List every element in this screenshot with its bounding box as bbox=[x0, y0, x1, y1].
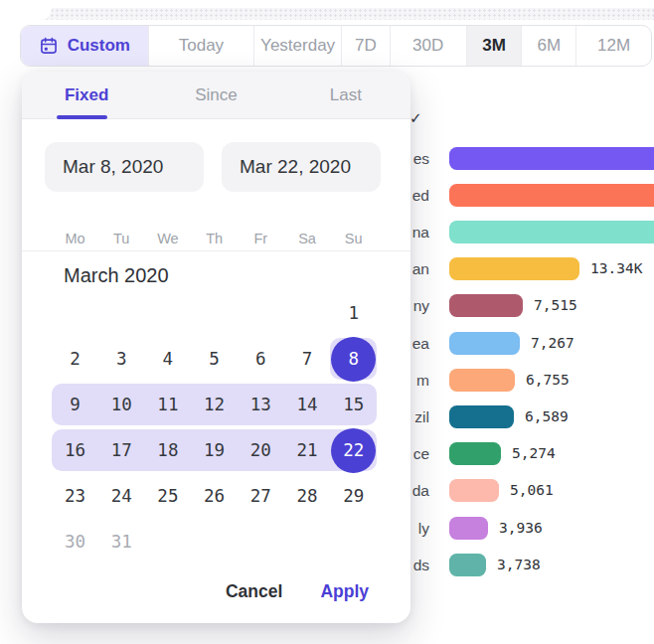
check-icon: ✓ bbox=[409, 109, 422, 127]
calendar-day-25[interactable]: 25 bbox=[144, 473, 191, 519]
range-option-label: 30D bbox=[412, 36, 443, 56]
bar[interactable] bbox=[449, 257, 579, 280]
calendar-day-31[interactable]: 31 bbox=[98, 519, 145, 564]
bar[interactable] bbox=[449, 479, 499, 502]
calendar-day-8[interactable]: 8 bbox=[330, 336, 377, 382]
weekday-divider bbox=[22, 250, 410, 251]
range-option-label: Yesterday bbox=[260, 36, 335, 56]
weekday-label: Sa bbox=[284, 227, 331, 250]
active-tab-underline bbox=[57, 115, 107, 119]
calendar-day-20[interactable]: 20 bbox=[238, 427, 284, 473]
range-option-3m[interactable]: 3M bbox=[466, 26, 522, 66]
bar[interactable] bbox=[449, 147, 654, 170]
range-option-label: 6M bbox=[538, 36, 562, 56]
range-option-label: 12M bbox=[597, 36, 630, 56]
apply-button[interactable]: Apply bbox=[320, 573, 369, 609]
calendar-day-6[interactable]: 6 bbox=[238, 336, 284, 382]
calendar-day-29[interactable]: 29 bbox=[330, 473, 377, 519]
calendar-day-14[interactable]: 14 bbox=[284, 382, 331, 427]
bar[interactable] bbox=[449, 294, 523, 317]
calendar-icon bbox=[39, 36, 59, 56]
weekday-label: We bbox=[144, 227, 191, 250]
tab-fixed[interactable]: Fixed bbox=[22, 72, 151, 118]
calendar-day-28[interactable]: 28 bbox=[284, 473, 331, 519]
range-option-12m[interactable]: 12M bbox=[575, 26, 651, 66]
tab-since[interactable]: Since bbox=[151, 72, 280, 118]
weekday-label: Su bbox=[330, 227, 377, 250]
calendar-day-19[interactable]: 19 bbox=[191, 427, 238, 473]
calendar-day-4[interactable]: 4 bbox=[144, 336, 191, 382]
bar[interactable] bbox=[449, 369, 515, 392]
bar[interactable] bbox=[449, 554, 486, 576]
popup-footer: Cancel Apply bbox=[226, 573, 369, 609]
date-picker-tabs: FixedSinceLast bbox=[22, 72, 410, 119]
value-label: 3,738 bbox=[497, 554, 541, 576]
range-option-today[interactable]: Today bbox=[148, 26, 254, 66]
weekday-label: Mo bbox=[52, 227, 98, 250]
bar[interactable] bbox=[449, 517, 488, 540]
calendar-day-30[interactable]: 30 bbox=[52, 519, 98, 564]
date-range-toolbar: CustomTodayYesterday7D30D3M6M12M bbox=[20, 25, 652, 67]
value-label: 6,755 bbox=[526, 369, 570, 392]
weekday-label: Tu bbox=[98, 227, 145, 250]
calendar-day-9[interactable]: 9 bbox=[52, 382, 98, 427]
calendar-day-22[interactable]: 22 bbox=[330, 427, 377, 473]
range-option-label: 3M bbox=[482, 36, 506, 56]
range-option-yesterday[interactable]: Yesterday bbox=[253, 26, 341, 66]
calendar-day-12[interactable]: 12 bbox=[191, 382, 238, 427]
calendar-day-18[interactable]: 18 bbox=[144, 427, 191, 473]
range-option-custom[interactable]: Custom bbox=[21, 26, 148, 66]
card-corner bbox=[0, 8, 52, 20]
bar[interactable] bbox=[449, 184, 654, 207]
calendar-day-7[interactable]: 7 bbox=[284, 336, 331, 382]
bar[interactable] bbox=[449, 405, 514, 428]
calendar-day-1[interactable]: 1 bbox=[330, 290, 377, 336]
calendar-day-3[interactable]: 3 bbox=[98, 336, 145, 382]
calendar-day-27[interactable]: 27 bbox=[238, 473, 284, 519]
start-date-input[interactable]: Mar 8, 2020 bbox=[45, 142, 204, 192]
calendar-day-10[interactable]: 10 bbox=[98, 382, 145, 427]
date-picker-popup: FixedSinceLast Mar 8, 2020 Mar 22, 2020 … bbox=[22, 72, 410, 623]
range-option-label: 7D bbox=[355, 36, 377, 56]
value-label: 5,274 bbox=[512, 442, 556, 465]
bar[interactable] bbox=[449, 442, 501, 465]
calendar-day-15[interactable]: 15 bbox=[330, 382, 377, 427]
calendar-day-23[interactable]: 23 bbox=[52, 473, 98, 519]
range-option-label: Today bbox=[179, 36, 224, 56]
bar[interactable] bbox=[449, 332, 520, 355]
calendar-day-24[interactable]: 24 bbox=[98, 473, 145, 519]
calendar-day-2[interactable]: 2 bbox=[52, 336, 98, 382]
calendar-day-5[interactable]: 5 bbox=[191, 336, 238, 382]
calendar-day-26[interactable]: 26 bbox=[191, 473, 238, 519]
tab-last[interactable]: Last bbox=[281, 72, 410, 118]
range-option-7d[interactable]: 7D bbox=[341, 26, 390, 66]
value-label: 7,515 bbox=[534, 294, 577, 317]
value-label: 5,061 bbox=[510, 479, 554, 502]
calendar-day-17[interactable]: 17 bbox=[98, 427, 145, 473]
month-title: March 2020 bbox=[64, 264, 169, 287]
background-texture-strip bbox=[0, 8, 654, 20]
bar[interactable] bbox=[449, 221, 654, 243]
range-option-6m[interactable]: 6M bbox=[521, 26, 575, 66]
end-date-input[interactable]: Mar 22, 2020 bbox=[222, 142, 381, 192]
calendar-day-11[interactable]: 11 bbox=[144, 382, 191, 427]
calendar-day-21[interactable]: 21 bbox=[284, 427, 331, 473]
weekday-label: Fr bbox=[238, 227, 284, 250]
calendar-day-16[interactable]: 16 bbox=[52, 427, 98, 473]
weekday-label: Th bbox=[191, 227, 238, 250]
range-option-label: Custom bbox=[68, 36, 130, 56]
value-label: 7,267 bbox=[531, 332, 574, 355]
value-label: 3,936 bbox=[499, 517, 543, 540]
value-label: 13.34K bbox=[590, 257, 642, 280]
value-label: 6,589 bbox=[525, 405, 569, 428]
calendar-day-13[interactable]: 13 bbox=[238, 382, 284, 427]
screenshot-root: CustomTodayYesterday7D30D3M6M12M esednaa… bbox=[0, 0, 654, 644]
cancel-button[interactable]: Cancel bbox=[226, 573, 282, 609]
range-option-30d[interactable]: 30D bbox=[390, 26, 466, 66]
